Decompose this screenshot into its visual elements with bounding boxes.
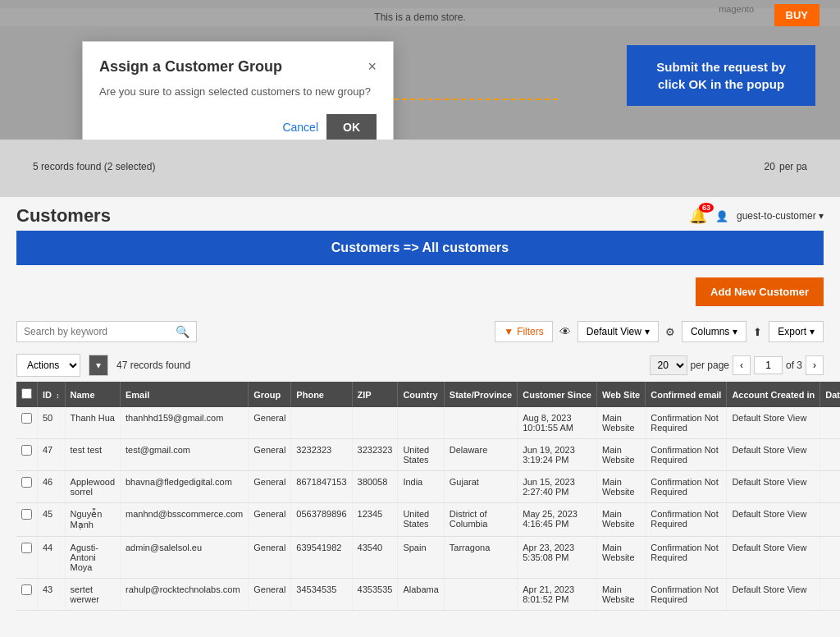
buy-button[interactable]: BUY xyxy=(774,4,819,26)
confirmed-header[interactable]: Confirmed email xyxy=(646,382,727,407)
table-row: 45 Nguyễn Mạnh manhnd@bsscommerce.com Ge… xyxy=(16,503,840,537)
row-website: Main Website xyxy=(596,439,645,471)
actions-select[interactable]: Actions xyxy=(16,354,80,377)
zip-header[interactable]: ZIP xyxy=(352,382,398,407)
table-row: 50 Thanh Hua thanhhd159@gmail.com Genera… xyxy=(16,407,840,439)
row-since: Jun 15, 2023 2:27:40 PM xyxy=(518,471,597,503)
filters-button[interactable]: ▼ Filters xyxy=(495,321,553,342)
row-checkbox[interactable] xyxy=(21,584,32,595)
dob-header[interactable]: Date of Birth xyxy=(820,382,840,407)
breadcrumb-banner: Customers => All customers xyxy=(16,231,824,265)
header-right: 🔔 63 👤 guest-to-customer ▾ xyxy=(689,207,824,225)
since-header[interactable]: Customer Since xyxy=(518,382,597,407)
row-email: manhnd@bsscommerce.com xyxy=(121,503,249,537)
actions-dropdown-button[interactable]: ▾ xyxy=(89,355,108,376)
filters-label: Filters xyxy=(517,326,544,337)
columns-chevron-icon: ▾ xyxy=(733,326,737,337)
group-header[interactable]: Group xyxy=(249,382,291,407)
row-account: Default Store View xyxy=(727,471,820,503)
row-checkbox-cell[interactable] xyxy=(16,579,38,611)
row-zip: 3232323 xyxy=(352,439,398,471)
row-phone: 8671847153 xyxy=(291,471,352,503)
columns-button[interactable]: Columns ▾ xyxy=(682,321,746,342)
actions-row: Actions ▾ 47 records found 20 per page ‹… xyxy=(0,349,840,382)
user-menu[interactable]: guest-to-customer ▾ xyxy=(737,210,824,222)
ok-button[interactable]: OK xyxy=(326,114,377,140)
row-checkbox-cell[interactable] xyxy=(16,407,38,439)
row-checkbox-cell[interactable] xyxy=(16,439,38,471)
cancel-button[interactable]: Cancel xyxy=(282,114,318,140)
name-header[interactable]: Name xyxy=(65,382,120,407)
main-content: Customers 🔔 63 👤 guest-to-customer ▾ Cus… xyxy=(0,197,840,611)
row-country: Spain xyxy=(398,537,444,579)
table-header: ID ↕ Name Email Group Phone ZIP Country … xyxy=(16,382,840,407)
country-header[interactable]: Country xyxy=(398,382,444,407)
row-zip: 4353535 xyxy=(352,579,398,611)
search-box: 🔍 xyxy=(16,321,197,342)
row-state xyxy=(444,579,517,611)
modal-header: Assign a Customer Group × xyxy=(99,58,377,76)
row-checkbox[interactable] xyxy=(21,509,32,520)
table-row: 46 Applewood sorrel bhavna@fledgedigital… xyxy=(16,471,840,503)
top-overlay: This is a demo store. Assign a Customer … xyxy=(0,0,840,197)
row-confirmed: Confirmation Not Required xyxy=(646,471,727,503)
modal-close-button[interactable]: × xyxy=(368,58,377,76)
export-button[interactable]: Export ▾ xyxy=(769,321,824,342)
row-zip xyxy=(352,407,398,439)
row-confirmed: Confirmation Not Required xyxy=(646,439,727,471)
table-body: 50 Thanh Hua thanhhd159@gmail.com Genera… xyxy=(16,407,840,611)
row-checkbox[interactable] xyxy=(21,413,32,424)
website-header[interactable]: Web Site xyxy=(596,382,645,407)
row-state xyxy=(444,407,517,439)
select-all-checkbox[interactable] xyxy=(21,388,32,399)
row-zip: 12345 xyxy=(352,503,398,537)
actions-left: Actions ▾ 47 records found xyxy=(16,354,190,377)
row-group: General xyxy=(249,537,291,579)
row-country: United States xyxy=(398,503,444,537)
row-id: 43 xyxy=(38,579,66,611)
account-header[interactable]: Account Created in xyxy=(727,382,820,407)
filter-icon: ▼ xyxy=(504,326,514,337)
row-website: Main Website xyxy=(596,407,645,439)
row-phone: 639541982 xyxy=(291,537,352,579)
phone-header[interactable]: Phone xyxy=(291,382,352,407)
page-size-select[interactable]: 20 xyxy=(650,355,687,375)
row-state: District of Columbia xyxy=(444,503,517,537)
id-header[interactable]: ID ↕ xyxy=(38,382,66,407)
row-checkbox-cell[interactable] xyxy=(16,503,38,537)
row-checkbox[interactable] xyxy=(21,543,32,553)
row-email: thanhhd159@gmail.com xyxy=(121,407,249,439)
row-account: Default Store View xyxy=(727,439,820,471)
row-country: India xyxy=(398,471,444,503)
row-email: admin@salelsol.eu xyxy=(121,537,249,579)
row-checkbox[interactable] xyxy=(21,477,32,488)
select-all-header[interactable] xyxy=(16,382,38,407)
row-name: Thanh Hua xyxy=(65,407,120,439)
row-phone xyxy=(291,407,352,439)
chevron-down-icon: ▾ xyxy=(645,326,650,337)
row-since: Apr 23, 2023 5:35:08 PM xyxy=(518,537,597,579)
notification-badge[interactable]: 🔔 63 xyxy=(689,207,707,225)
row-name: Agusti-Antoni Moya xyxy=(65,537,120,579)
row-checkbox-cell[interactable] xyxy=(16,471,38,503)
row-id: 50 xyxy=(38,407,66,439)
email-header[interactable]: Email xyxy=(121,382,249,407)
row-checkbox-cell[interactable] xyxy=(16,537,38,579)
row-phone: 3232323 xyxy=(291,439,352,471)
row-country: United States xyxy=(398,439,444,471)
row-checkbox[interactable] xyxy=(21,445,32,456)
row-name: Applewood sorrel xyxy=(65,471,120,503)
search-input[interactable] xyxy=(24,326,176,337)
row-id: 46 xyxy=(38,471,66,503)
default-view-button[interactable]: Default View ▾ xyxy=(578,321,659,342)
page-number-input[interactable] xyxy=(754,356,783,374)
add-customer-button[interactable]: Add New Customer xyxy=(696,277,824,306)
default-view-label: Default View xyxy=(587,326,641,337)
next-page-button[interactable]: › xyxy=(806,355,824,375)
row-email: test@gmail.com xyxy=(121,439,249,471)
table-row: 47 test test test@gmail.com General 3232… xyxy=(16,439,840,471)
prev-page-button[interactable]: ‹ xyxy=(733,355,751,375)
state-header[interactable]: State/Province xyxy=(444,382,517,407)
search-icon: 🔍 xyxy=(176,325,189,338)
page-title: Customers xyxy=(16,205,111,227)
